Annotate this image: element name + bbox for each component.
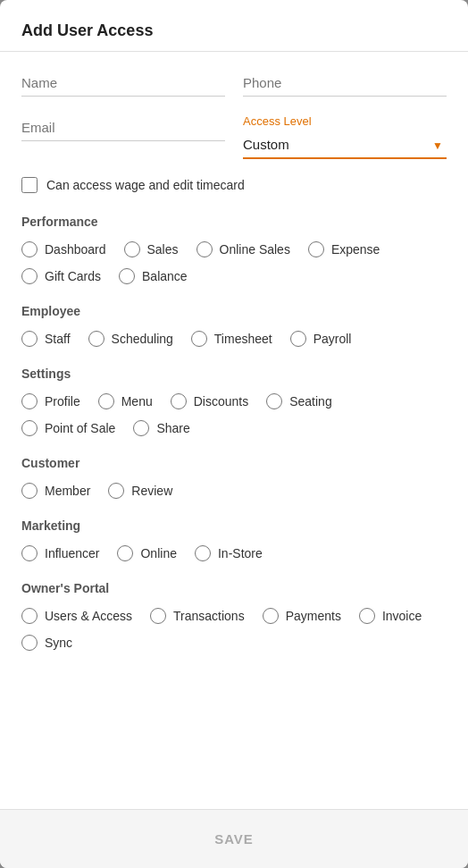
settings-section: Settings Profile Menu Discounts Seating: [21, 367, 447, 436]
performance-options: Dashboard Sales Online Sales Expense Gif…: [21, 241, 447, 284]
radio-users-access[interactable]: [21, 608, 38, 624]
radio-balance[interactable]: [119, 268, 135, 284]
option-users-access[interactable]: Users & Access: [21, 608, 132, 624]
label-sync: Sync: [45, 636, 72, 650]
option-sync[interactable]: Sync: [21, 635, 72, 651]
access-level-select-wrapper: Custom Admin Manager Staff: [243, 131, 447, 159]
label-point-of-sale: Point of Sale: [45, 421, 115, 435]
option-transactions[interactable]: Transactions: [150, 608, 245, 624]
save-button[interactable]: SAVE: [179, 824, 289, 854]
radio-member[interactable]: [21, 483, 38, 499]
label-gift-cards: Gift Cards: [45, 269, 101, 283]
marketing-section-title: Marketing: [21, 518, 447, 533]
option-online[interactable]: Online: [117, 545, 176, 561]
radio-sales[interactable]: [124, 241, 140, 257]
label-users-access: Users & Access: [45, 609, 132, 623]
radio-discounts[interactable]: [171, 393, 187, 409]
employee-section-title: Employee: [21, 304, 447, 318]
access-level-select[interactable]: Custom Admin Manager Staff: [243, 131, 447, 159]
label-share: Share: [156, 421, 189, 435]
option-profile[interactable]: Profile: [21, 393, 80, 409]
radio-influencer[interactable]: [21, 545, 38, 561]
radio-share[interactable]: [133, 420, 149, 436]
radio-invoice[interactable]: [359, 608, 375, 624]
radio-in-store[interactable]: [195, 545, 211, 561]
option-payroll[interactable]: Payroll: [290, 331, 352, 347]
radio-payroll[interactable]: [290, 331, 306, 347]
option-balance[interactable]: Balance: [119, 268, 188, 284]
radio-timesheet[interactable]: [191, 331, 207, 347]
radio-menu[interactable]: [98, 393, 114, 409]
wage-checkbox-row: Can access wage and edit timecard: [21, 177, 447, 193]
radio-gift-cards[interactable]: [21, 268, 38, 284]
modal-header: Add User Access: [0, 0, 468, 52]
option-menu[interactable]: Menu: [98, 393, 153, 409]
radio-profile[interactable]: [21, 393, 38, 409]
option-member[interactable]: Member: [21, 483, 90, 499]
label-payroll: Payroll: [313, 332, 352, 346]
add-user-access-modal: Add User Access Access Level Custom Admi…: [0, 0, 468, 868]
radio-point-of-sale[interactable]: [21, 420, 38, 436]
wage-checkbox-label: Can access wage and edit timecard: [46, 178, 245, 192]
radio-sync[interactable]: [21, 635, 38, 651]
marketing-options: Influencer Online In-Store: [21, 545, 447, 561]
option-in-store[interactable]: In-Store: [195, 545, 263, 561]
radio-online-sales[interactable]: [196, 241, 213, 257]
radio-review[interactable]: [108, 483, 124, 499]
label-online-sales: Online Sales: [220, 242, 290, 257]
marketing-section: Marketing Influencer Online In-Store: [21, 518, 447, 561]
customer-section-title: Customer: [21, 456, 447, 470]
modal-footer: SAVE: [0, 809, 468, 868]
label-profile: Profile: [45, 394, 80, 409]
performance-section: Performance Dashboard Sales Online Sales…: [21, 215, 447, 284]
radio-staff[interactable]: [21, 331, 38, 347]
label-menu: Menu: [121, 394, 153, 409]
access-level-label: Access Level: [243, 114, 447, 128]
radio-online[interactable]: [117, 545, 133, 561]
label-influencer: Influencer: [45, 546, 99, 560]
option-payments[interactable]: Payments: [263, 608, 341, 624]
phone-input[interactable]: [243, 70, 447, 97]
email-access-row: Access Level Custom Admin Manager Staff: [21, 114, 447, 159]
name-phone-row: [21, 70, 447, 97]
settings-section-title: Settings: [21, 367, 447, 381]
label-transactions: Transactions: [173, 609, 245, 623]
option-timesheet[interactable]: Timesheet: [191, 331, 272, 347]
radio-scheduling[interactable]: [88, 331, 104, 347]
label-staff: Staff: [45, 332, 71, 346]
option-dashboard[interactable]: Dashboard: [21, 241, 106, 257]
radio-dashboard[interactable]: [21, 241, 38, 257]
radio-seating[interactable]: [266, 393, 282, 409]
option-sales[interactable]: Sales: [124, 241, 179, 257]
option-review[interactable]: Review: [108, 483, 172, 499]
option-online-sales[interactable]: Online Sales: [196, 241, 290, 257]
option-influencer[interactable]: Influencer: [21, 545, 99, 561]
label-sales: Sales: [147, 242, 179, 257]
customer-section: Customer Member Review: [21, 456, 447, 499]
wage-checkbox[interactable]: [21, 177, 38, 193]
owners-portal-section-title: Owner's Portal: [21, 581, 447, 595]
option-scheduling[interactable]: Scheduling: [88, 331, 173, 347]
customer-options: Member Review: [21, 483, 447, 499]
option-discounts[interactable]: Discounts: [171, 393, 248, 409]
option-invoice[interactable]: Invoice: [359, 608, 422, 624]
owners-portal-options: Users & Access Transactions Payments Inv…: [21, 608, 447, 651]
radio-payments[interactable]: [263, 608, 279, 624]
label-invoice: Invoice: [382, 609, 422, 623]
employee-options: Staff Scheduling Timesheet Payroll: [21, 331, 447, 347]
modal-title: Add User Access: [21, 21, 447, 40]
name-input[interactable]: [21, 70, 225, 97]
option-gift-cards[interactable]: Gift Cards: [21, 268, 101, 284]
option-seating[interactable]: Seating: [266, 393, 331, 409]
radio-transactions[interactable]: [150, 608, 166, 624]
option-expense[interactable]: Expense: [308, 241, 380, 257]
email-input[interactable]: [21, 114, 225, 141]
radio-expense[interactable]: [308, 241, 324, 257]
access-level-field: Access Level Custom Admin Manager Staff: [243, 114, 447, 159]
option-staff[interactable]: Staff: [21, 331, 71, 347]
name-field: [21, 70, 225, 97]
option-point-of-sale[interactable]: Point of Sale: [21, 420, 115, 436]
owners-portal-section: Owner's Portal Users & Access Transactio…: [21, 581, 447, 651]
option-share[interactable]: Share: [133, 420, 189, 436]
email-field-wrapper: [21, 114, 225, 159]
